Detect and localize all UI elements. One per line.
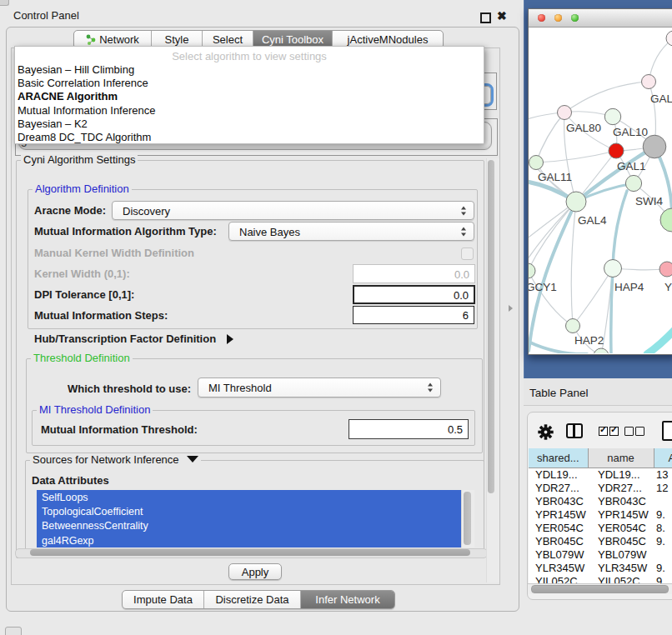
table-cell[interactable]: 9. <box>656 562 665 573</box>
table-cell[interactable]: 9. <box>656 509 665 520</box>
network-graph: GAL2GAL80GAL10GAL1GAL11SWI4GAL4GCY1HAP4Y… <box>529 28 672 353</box>
dropdown-item[interactable]: Bayesian – K2 <box>18 118 88 131</box>
table-cell[interactable]: YDL19... <box>598 469 640 480</box>
settings-vscroll-thumb[interactable] <box>488 160 494 493</box>
table-cell[interactable]: YDL19... <box>535 469 578 480</box>
network-node-label: GAL10 <box>613 126 648 138</box>
hub-section-toggle[interactable]: Hub/Transcription Factor Definition <box>34 332 233 345</box>
zoom-traffic-light[interactable] <box>571 14 579 22</box>
aracne-mode-label: Aracne Mode: <box>34 204 106 217</box>
data-attributes-label: Data Attributes <box>32 474 109 487</box>
dropdown-hint: Select algorithm to view settings <box>15 50 484 62</box>
network-graph-canvas[interactable]: GAL2GAL80GAL10GAL1GAL11SWI4GAL4GCY1HAP4Y… <box>529 28 672 353</box>
network-node-gal11[interactable] <box>529 156 544 170</box>
table-cell[interactable]: YDR27... <box>598 482 642 493</box>
minimize-traffic-light[interactable] <box>554 14 562 22</box>
mi-threshold-label: Mutual Information Threshold: <box>41 423 198 436</box>
table-cell[interactable]: YER054C <box>598 522 646 533</box>
tab-discretize-data[interactable]: Discretize Data <box>204 591 301 608</box>
tab-label: Impute Data <box>133 593 193 606</box>
table-cell[interactable]: 9. <box>656 536 665 547</box>
table-cell[interactable]: 8. <box>656 522 665 533</box>
tab-infer-network[interactable]: Infer Network <box>301 591 394 608</box>
sources-group-title[interactable]: Sources for Network Inference <box>30 454 201 466</box>
network-node-hap2[interactable] <box>566 319 580 333</box>
table-cell[interactable]: 13 <box>656 469 668 480</box>
apply-button[interactable]: Apply <box>228 563 282 580</box>
splitpane-handle-icon[interactable] <box>509 305 513 312</box>
table-cell[interactable]: YIL052C <box>535 576 578 583</box>
gear-icon[interactable] <box>538 424 553 439</box>
dropdown-item[interactable]: Basic Correlation Inference <box>18 77 148 90</box>
table-cell[interactable]: YBR045C <box>535 536 584 547</box>
table-cell[interactable]: YBR045C <box>598 536 646 547</box>
table-cell[interactable]: YLR345W <box>598 562 647 573</box>
kernel-width-field[interactable]: 0.0 <box>353 264 475 283</box>
network-node-gal10[interactable] <box>604 108 620 124</box>
network-node-y[interactable] <box>659 262 672 277</box>
float-icon[interactable] <box>480 12 491 23</box>
attribute-list-item[interactable]: SelfLoops <box>42 492 88 503</box>
table-cell[interactable]: YIL052C <box>598 576 640 583</box>
table-header-shared...[interactable]: shared... <box>529 448 589 468</box>
table-hscroll-thumb[interactable] <box>531 585 669 593</box>
table-cell[interactable]: YBR043C <box>598 496 646 507</box>
dropdown-item[interactable]: ARACNE Algorithm <box>18 90 118 103</box>
table-cell[interactable]: 9 <box>656 576 662 583</box>
network-node-label: GAL2 <box>650 92 672 105</box>
tab-label: Cyni Toolbox <box>262 33 323 46</box>
network-node-gal1[interactable] <box>609 143 624 158</box>
dropdown-item[interactable]: Mutual Information Inference <box>18 104 155 118</box>
table-header-name[interactable]: name <box>589 448 654 468</box>
table-cell[interactable]: YLR345W <box>535 562 584 573</box>
table-cell[interactable]: YBL079W <box>598 549 647 560</box>
mi-threshold-field[interactable]: 0.5 <box>349 419 469 439</box>
dropdown-item[interactable]: Dream8 DC_TDC Algorithm <box>18 131 151 144</box>
network-node-label: GAL4 <box>578 214 607 227</box>
table-cell[interactable]: YPR145W <box>598 509 649 520</box>
manual-kernel-label: Manual Kernel Width Definition <box>34 247 194 259</box>
network-node-gal80[interactable] <box>558 106 572 120</box>
network-node-hap4[interactable] <box>604 260 622 278</box>
table-header-A[interactable]: A <box>654 448 672 468</box>
network-node[interactable] <box>643 135 666 158</box>
mi-type-combo[interactable]: Naive Bayes <box>228 222 474 241</box>
attribute-list-item[interactable]: BetweennessCentrality <box>42 520 148 532</box>
dpi-tolerance-field[interactable]: 0.0 <box>353 285 475 304</box>
tab-impute-data[interactable]: Impute Data <box>123 591 204 608</box>
network-node-gal4[interactable] <box>566 192 586 212</box>
split-column-icon[interactable] <box>566 423 583 438</box>
network-node[interactable] <box>594 348 609 353</box>
network-node-swi4[interactable] <box>625 175 641 191</box>
checked-boxes-icon[interactable]: ✓ ✓ <box>599 427 620 436</box>
data-attributes-list[interactable]: SelfLoopsTopologicalCoefficientBetweenne… <box>37 490 461 548</box>
column-header-label: name <box>607 452 634 464</box>
dropdown-item[interactable]: Bayesian – Hill Climbing <box>18 63 134 77</box>
table-cell[interactable]: YER054C <box>535 522 584 533</box>
mi-threshold-title: MI Threshold Definition <box>37 404 153 416</box>
data-mode-tabbar: Impute DataDiscretize DataInfer Network <box>122 590 395 609</box>
settings-hscroll-thumb[interactable] <box>30 549 470 556</box>
network-window-titlebar[interactable] <box>529 9 672 28</box>
manual-kernel-checkbox[interactable] <box>461 248 474 260</box>
network-node-gcy1[interactable] <box>529 263 535 278</box>
table-cell[interactable]: 12 <box>656 482 668 493</box>
attr-list-vscroll-thumb[interactable] <box>464 492 471 545</box>
network-node-gal2[interactable] <box>642 75 656 89</box>
document-icon[interactable] <box>662 421 672 441</box>
partial-corner-button[interactable] <box>5 627 22 635</box>
which-threshold-combo[interactable]: MI Threshold <box>198 378 441 398</box>
network-node[interactable] <box>660 208 672 232</box>
tab-label: jActiveMNodules <box>348 33 429 46</box>
attribute-list-item[interactable]: TopologicalCoefficient <box>42 506 143 518</box>
attribute-list-item[interactable]: gal4RGexp <box>42 535 94 547</box>
table-cell[interactable]: YBL079W <box>535 549 584 560</box>
unchecked-boxes-icon[interactable] <box>624 427 646 436</box>
mi-steps-field[interactable]: 6 <box>353 306 474 324</box>
close-traffic-light[interactable] <box>538 14 545 22</box>
table-cell[interactable]: YBR043C <box>535 496 584 507</box>
close-icon[interactable]: ✖ <box>497 9 507 22</box>
table-cell[interactable]: YDR27... <box>535 482 579 493</box>
aracne-mode-combo[interactable]: Discovery <box>112 201 474 220</box>
table-cell[interactable]: YPR145W <box>535 509 586 520</box>
